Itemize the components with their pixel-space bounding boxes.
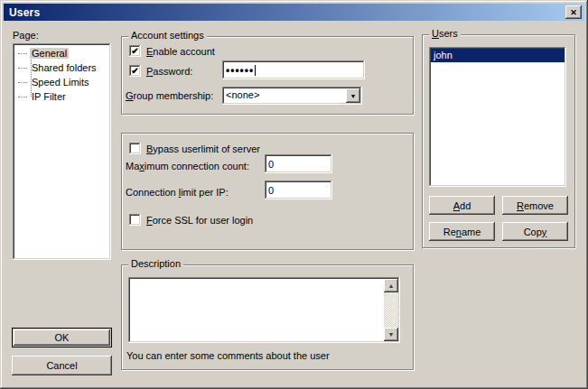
max-connection-label: Maximum connection count: bbox=[126, 161, 249, 171]
tree-item-general[interactable]: General bbox=[18, 47, 69, 60]
password-value: •••••• bbox=[226, 64, 254, 77]
ok-button[interactable]: OK bbox=[12, 328, 112, 347]
max-connection-value: 0 bbox=[268, 159, 274, 170]
users-list[interactable]: john bbox=[429, 47, 566, 187]
description-textarea[interactable]: ▲ ▼ bbox=[128, 277, 400, 343]
enable-account-checkbox[interactable]: ✔ bbox=[129, 45, 141, 57]
rename-user-button[interactable]: Rename bbox=[429, 222, 495, 241]
tree-item-shared-folders[interactable]: Shared folders bbox=[18, 61, 98, 74]
password-checkbox[interactable]: ✔ bbox=[129, 65, 141, 77]
cancel-button[interactable]: Cancel bbox=[12, 356, 112, 375]
text-caret bbox=[255, 65, 256, 76]
window-title: Users bbox=[9, 6, 40, 19]
force-ssl-label[interactable]: Force SSL for user login bbox=[146, 215, 253, 226]
connection-per-ip-label: Connection limit per IP: bbox=[126, 187, 229, 198]
page-label: Page: bbox=[13, 30, 39, 41]
page-tree[interactable]: General Shared folders Speed Limits IP F… bbox=[13, 43, 111, 260]
password-input[interactable]: •••••• bbox=[222, 60, 365, 79]
scroll-down-icon[interactable]: ▼ bbox=[384, 328, 398, 341]
remove-user-button[interactable]: Remove bbox=[502, 196, 568, 215]
close-icon[interactable]: ✕ bbox=[565, 5, 582, 19]
group-membership-label: Group membership: bbox=[126, 90, 213, 101]
group-membership-select[interactable]: <none> ▼ bbox=[222, 87, 362, 105]
password-label[interactable]: Password: bbox=[146, 66, 192, 77]
users-legend: Users bbox=[429, 28, 461, 39]
chevron-down-icon[interactable]: ▼ bbox=[346, 88, 360, 103]
bypass-userlimit-label[interactable]: Bypass userlimit of server bbox=[146, 144, 260, 154]
users-dialog: Users ✕ Page: General Shared folders Spe… bbox=[0, 0, 588, 389]
titlebar[interactable]: Users ✕ bbox=[4, 4, 584, 21]
bypass-userlimit-checkbox[interactable] bbox=[129, 143, 141, 154]
connection-per-ip-input[interactable]: 0 bbox=[265, 181, 332, 199]
tree-item-ip-filter[interactable]: IP Filter bbox=[18, 90, 68, 103]
description-legend: Description bbox=[128, 258, 183, 269]
list-item[interactable]: john bbox=[431, 49, 565, 62]
check-icon: ✔ bbox=[131, 66, 138, 76]
description-scrollbar[interactable]: ▲ ▼ bbox=[384, 279, 398, 341]
enable-account-label[interactable]: Enable account bbox=[146, 46, 215, 57]
description-hint: You can enter some comments about the us… bbox=[126, 350, 330, 361]
force-ssl-checkbox[interactable] bbox=[129, 214, 141, 226]
add-user-button[interactable]: Add bbox=[429, 196, 495, 215]
account-settings-legend: Account settings bbox=[128, 30, 207, 41]
connection-per-ip-value: 0 bbox=[268, 185, 274, 196]
group-membership-value: <none> bbox=[226, 89, 259, 100]
copy-user-button[interactable]: Copy bbox=[502, 222, 568, 241]
check-icon: ✔ bbox=[131, 46, 138, 56]
tree-item-speed-limits[interactable]: Speed Limits bbox=[18, 76, 91, 88]
scroll-up-icon[interactable]: ▲ bbox=[384, 279, 398, 292]
max-connection-input[interactable]: 0 bbox=[265, 154, 332, 173]
